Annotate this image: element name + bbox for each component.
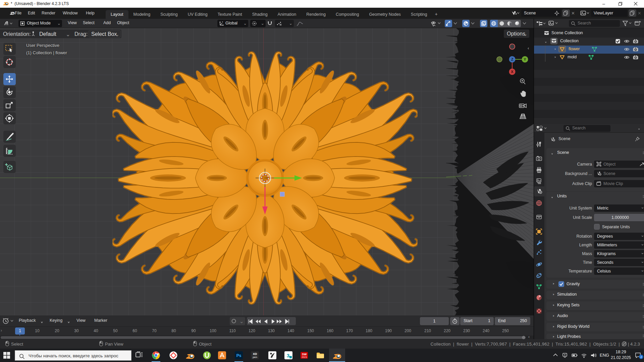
svg-text:XD: XD bbox=[253, 352, 257, 356]
svg-text:SW: SW bbox=[302, 353, 307, 356]
svg-text:pen: pen bbox=[253, 356, 257, 359]
svg-text:2023: 2023 bbox=[302, 356, 307, 358]
svg-text:Ps: Ps bbox=[236, 353, 241, 358]
svg-text:3: 3 bbox=[287, 353, 289, 358]
